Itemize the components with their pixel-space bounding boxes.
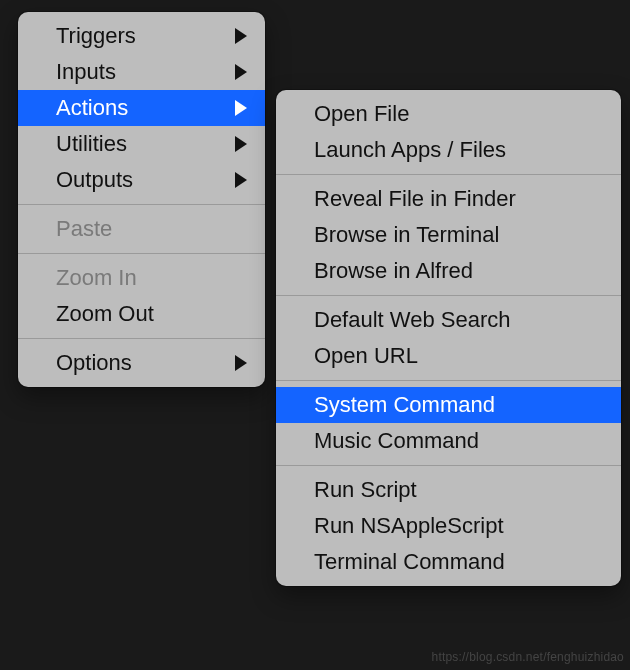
submenu-item-music-command[interactable]: Music Command (276, 423, 621, 459)
menu-separator (276, 295, 621, 296)
menu-item-outputs[interactable]: Outputs (18, 162, 265, 198)
menu-item-label: Run NSAppleScript (314, 513, 504, 539)
submenu-arrow-icon (235, 355, 247, 371)
submenu-item-default-web-search[interactable]: Default Web Search (276, 302, 621, 338)
menu-item-label: Options (56, 350, 132, 376)
menu-item-actions[interactable]: Actions (18, 90, 265, 126)
menu-item-label: Browse in Alfred (314, 258, 473, 284)
submenu-item-run-nsapplescript[interactable]: Run NSAppleScript (276, 508, 621, 544)
menu-item-label: Music Command (314, 428, 479, 454)
submenu-item-system-command[interactable]: System Command (276, 387, 621, 423)
menu-item-label: Zoom Out (56, 301, 154, 327)
menu-separator (18, 338, 265, 339)
menu-item-label: Terminal Command (314, 549, 505, 575)
menu-item-label: Reveal File in Finder (314, 186, 516, 212)
menu-item-label: System Command (314, 392, 495, 418)
menu-item-label: Inputs (56, 59, 116, 85)
submenu-item-open-file[interactable]: Open File (276, 96, 621, 132)
submenu-arrow-icon (235, 64, 247, 80)
menu-separator (276, 380, 621, 381)
submenu-item-run-script[interactable]: Run Script (276, 472, 621, 508)
menu-item-label: Zoom In (56, 265, 137, 291)
submenu-arrow-icon (235, 100, 247, 116)
menu-item-zoom-in: Zoom In (18, 260, 265, 296)
menu-item-paste: Paste (18, 211, 265, 247)
menu-item-label: Open File (314, 101, 409, 127)
menu-item-label: Browse in Terminal (314, 222, 499, 248)
menu-item-label: Utilities (56, 131, 127, 157)
menu-item-label: Open URL (314, 343, 418, 369)
menu-item-label: Outputs (56, 167, 133, 193)
submenu-item-open-url[interactable]: Open URL (276, 338, 621, 374)
submenu-item-browse-in-alfred[interactable]: Browse in Alfred (276, 253, 621, 289)
menu-item-options[interactable]: Options (18, 345, 265, 381)
menu-item-label: Paste (56, 216, 112, 242)
submenu-item-launch-apps-files[interactable]: Launch Apps / Files (276, 132, 621, 168)
menu-item-label: Actions (56, 95, 128, 121)
context-menu-main: Triggers Inputs Actions Utilities Output… (18, 12, 265, 387)
submenu-arrow-icon (235, 136, 247, 152)
menu-item-zoom-out[interactable]: Zoom Out (18, 296, 265, 332)
menu-item-label: Launch Apps / Files (314, 137, 506, 163)
menu-separator (276, 465, 621, 466)
menu-item-inputs[interactable]: Inputs (18, 54, 265, 90)
menu-item-triggers[interactable]: Triggers (18, 18, 265, 54)
submenu-item-reveal-file-in-finder[interactable]: Reveal File in Finder (276, 181, 621, 217)
submenu-item-browse-in-terminal[interactable]: Browse in Terminal (276, 217, 621, 253)
watermark-text: https://blog.csdn.net/fenghuizhidao (432, 650, 624, 664)
menu-separator (18, 253, 265, 254)
context-menu-actions-submenu: Open File Launch Apps / Files Reveal Fil… (276, 90, 621, 586)
menu-separator (276, 174, 621, 175)
menu-item-label: Run Script (314, 477, 417, 503)
menu-separator (18, 204, 265, 205)
menu-item-utilities[interactable]: Utilities (18, 126, 265, 162)
menu-item-label: Default Web Search (314, 307, 510, 333)
submenu-arrow-icon (235, 28, 247, 44)
submenu-arrow-icon (235, 172, 247, 188)
menu-item-label: Triggers (56, 23, 136, 49)
submenu-item-terminal-command[interactable]: Terminal Command (276, 544, 621, 580)
